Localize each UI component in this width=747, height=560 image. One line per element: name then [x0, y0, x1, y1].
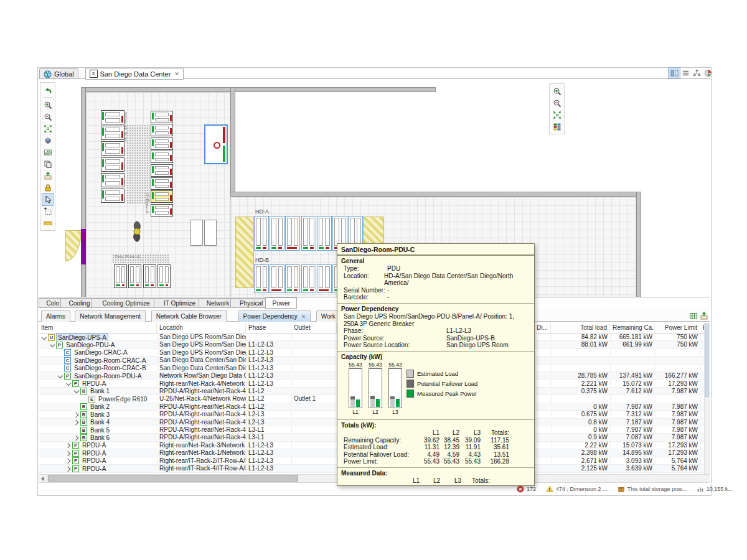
panel-tab-network-management[interactable]: Network Management — [75, 310, 146, 322]
perspective-button[interactable] — [702, 68, 713, 78]
tree-toggle[interactable] — [65, 450, 71, 456]
panel-tab-network-cable-browser[interactable]: Network Cable Browser — [151, 310, 227, 322]
perspective-button[interactable] — [691, 68, 702, 78]
tree-toggle[interactable] — [49, 342, 55, 348]
undo-button[interactable] — [42, 84, 53, 96]
scroll-left-arrow[interactable] — [39, 475, 47, 482]
location-cell: U-26/Net-Rack-4/Network Row/Sa... — [157, 395, 246, 403]
panel-tab-alarms[interactable]: Alarms — [41, 310, 70, 322]
column-header-phase[interactable]: Phase — [246, 323, 291, 334]
column-header-location[interactable]: Location — [157, 323, 246, 334]
view-tab-it-optimize[interactable]: IT Optimize — [154, 298, 205, 308]
copy-button[interactable] — [42, 158, 53, 170]
equipment-type-icon: E — [88, 396, 95, 403]
status-item[interactable]: 10.155 k... — [697, 485, 733, 493]
it-row-rack[interactable] — [151, 124, 173, 136]
power-limit-cell: 5.764 kW — [655, 457, 700, 465]
network-row-rack[interactable] — [101, 110, 125, 124]
status-item[interactable]: 474 ; Dimension 2 ... — [546, 485, 608, 493]
room-ups-unit[interactable] — [204, 124, 228, 164]
zoom-in-button[interactable] — [42, 99, 53, 111]
dev-row-rack[interactable] — [128, 264, 141, 288]
ruler-button[interactable] — [42, 217, 53, 229]
hd-b-rack[interactable] — [270, 264, 284, 293]
status-item[interactable]: This total storage pow... — [618, 485, 687, 493]
panel-tab-power-dependency[interactable]: Power Dependency✕ — [238, 310, 311, 322]
power-board[interactable] — [190, 220, 203, 246]
it-row-rack[interactable] — [151, 164, 173, 177]
hd-b-rack[interactable] — [285, 264, 300, 293]
view-3d-button[interactable] — [42, 134, 53, 146]
view-tab-cooling-optimize[interactable]: Cooling Optimize — [92, 298, 160, 308]
vscroll-thumb[interactable] — [705, 324, 709, 397]
hd-a-rack[interactable] — [285, 216, 300, 251]
tree-toggle[interactable] — [73, 419, 79, 425]
tree-toggle[interactable] — [65, 458, 71, 464]
tree-toggle[interactable] — [41, 335, 47, 340]
network-row-rack[interactable] — [101, 189, 125, 203]
perspective-button[interactable] — [669, 68, 680, 78]
hd-a-rack[interactable] — [254, 216, 269, 251]
column-header-item[interactable]: Item — [39, 323, 157, 334]
zoom-out-button[interactable] — [42, 111, 53, 123]
column-header-total[interactable]: Total load — [551, 323, 610, 334]
it-row-rack[interactable] — [151, 111, 173, 123]
it-row-rack[interactable] — [151, 204, 173, 217]
it-row-rack[interactable] — [151, 190, 173, 203]
zoom-fit-button[interactable] — [42, 123, 53, 134]
spacer — [344, 477, 398, 485]
export-button[interactable] — [42, 170, 53, 182]
tree-item-cell: BBank 4 — [39, 419, 111, 426]
close-icon[interactable]: ✕ — [301, 314, 306, 320]
tree-toggle[interactable] — [65, 381, 71, 386]
tree-toggle[interactable] — [73, 412, 79, 418]
tree-toggle[interactable] — [57, 373, 63, 379]
hd-a-rack[interactable] — [270, 216, 284, 251]
hatch-button[interactable] — [42, 146, 53, 158]
network-row-rack[interactable] — [101, 157, 125, 172]
zoom-in-button-mini[interactable] — [552, 85, 562, 97]
hscroll-thumb[interactable] — [48, 475, 298, 482]
tree-toggle[interactable] — [73, 388, 79, 394]
equipment-tooltip: SanDiego-Room-PDU-C GeneralType:PDULocat… — [337, 243, 535, 486]
status-bar-green — [102, 159, 104, 167]
legend-button-mini[interactable] — [552, 121, 562, 133]
marquee-button[interactable] — [42, 205, 53, 217]
select-cursor-button[interactable] — [42, 194, 53, 205]
zoom-fit-button-mini[interactable] — [552, 109, 562, 121]
status-bar-red — [319, 289, 329, 291]
hd-a-rack[interactable] — [301, 216, 316, 251]
close-icon[interactable]: ✕ — [174, 71, 179, 77]
export-button-panel[interactable] — [699, 311, 709, 320]
it-row-rack[interactable] — [151, 138, 173, 150]
power-board[interactable] — [204, 220, 217, 246]
it-row-rack[interactable] — [151, 151, 173, 163]
tree-toggle[interactable] — [73, 435, 79, 441]
equipment-type-icon: C — [64, 365, 71, 371]
hd-b-rack[interactable] — [254, 264, 269, 293]
dev-row-rack[interactable] — [157, 264, 171, 288]
column-header-limit[interactable]: Power Limit — [655, 323, 700, 334]
status-item[interactable]: 172 — [517, 485, 536, 493]
vertical-scrollbar[interactable] — [704, 323, 710, 474]
zoom-out-button-mini[interactable] — [552, 97, 562, 109]
table-button-panel[interactable] — [688, 311, 698, 320]
view-tab-power[interactable]: Power — [265, 297, 297, 309]
phase-cell: L1-L2 — [246, 395, 291, 403]
dev-row-rack[interactable] — [143, 264, 156, 288]
network-row-rack[interactable] — [101, 126, 125, 140]
network-row-rack[interactable] — [101, 141, 125, 156]
network-row-rack[interactable] — [101, 173, 125, 187]
lock-button[interactable] — [42, 182, 53, 194]
perspective-button[interactable] — [680, 68, 691, 78]
hd-b-rack[interactable] — [301, 264, 316, 293]
tree-toggle[interactable] — [65, 466, 71, 472]
column-header-outlet[interactable]: Outlet — [291, 323, 337, 334]
hd-a-rack[interactable] — [317, 216, 332, 251]
editor-tab-san-diego-data-center[interactable]: sSan Diego Data Center✕ — [85, 68, 184, 80]
dev-row-rack[interactable] — [114, 264, 127, 288]
hd-b-rack[interactable] — [317, 264, 332, 293]
it-row-rack[interactable] — [151, 177, 173, 190]
tree-toggle[interactable] — [65, 442, 71, 448]
column-header-remaining[interactable]: Remaining Ca... — [610, 323, 655, 334]
